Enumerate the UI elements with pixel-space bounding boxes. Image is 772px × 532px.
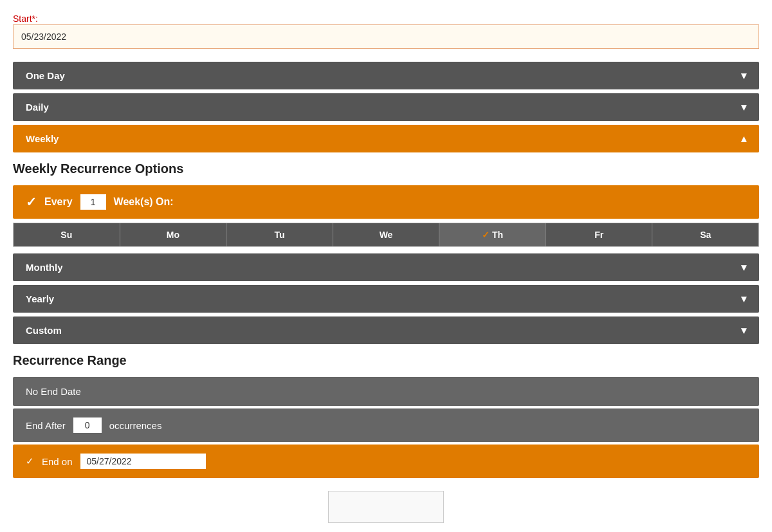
captcha-box[interactable] [328,491,444,523]
accordion-monthly-label: Monthly [26,262,63,273]
no-end-date-label: No End Date [26,386,81,397]
days-row: Su Mo Tu We ✓ Th Fr Sa [13,223,759,247]
occurrences-label: occurrences [109,420,162,431]
chevron-down-icon: ▾ [741,293,746,305]
chevron-up-icon: ▴ [741,133,746,145]
every-row: ✓ Every Week(s) On: [13,185,759,219]
day-tu[interactable]: Tu [226,223,333,246]
chevron-down-icon: ▾ [741,101,746,113]
accordion-daily[interactable]: Daily ▾ [13,93,759,121]
day-mo-label: Mo [167,230,179,240]
weekly-section-title: Weekly Recurrence Options [13,161,759,176]
day-mo[interactable]: Mo [120,223,227,246]
accordion-yearly[interactable]: Yearly ▾ [13,285,759,313]
end-on-label: End on [42,456,73,467]
day-sa[interactable]: Sa [652,223,758,246]
end-after-row[interactable]: End After occurrences [13,408,759,442]
day-th[interactable]: ✓ Th [439,223,546,246]
day-fr-label: Fr [594,230,603,240]
day-th-label: Th [492,230,503,240]
accordion-one-day-label: One Day [26,70,65,81]
end-on-check-icon: ✓ [26,455,34,467]
recurrence-range-title: Recurrence Range [13,353,759,368]
chevron-down-icon: ▾ [741,261,746,273]
accordion-one-day[interactable]: One Day ▾ [13,62,759,89]
day-th-check-icon: ✓ [482,230,490,240]
weeks-on-label: Week(s) On: [114,196,174,208]
end-after-input[interactable] [73,417,102,433]
recurrence-range-section: Recurrence Range No End Date End After o… [13,353,759,478]
no-end-date-row[interactable]: No End Date [13,377,759,406]
start-input[interactable] [13,24,759,49]
accordion-weekly[interactable]: Weekly ▴ [13,125,759,152]
start-label: Start*: [13,14,38,24]
every-check-icon: ✓ [26,194,37,210]
day-we[interactable]: We [333,223,440,246]
accordion-custom-label: Custom [26,325,62,336]
end-on-date-input[interactable] [80,454,206,469]
end-after-label: End After [26,420,66,431]
day-we-label: We [380,230,393,240]
accordion-daily-label: Daily [26,102,49,113]
day-tu-label: Tu [274,230,284,240]
chevron-down-icon: ▾ [741,324,746,336]
day-sa-label: Sa [700,230,711,240]
every-label: Every [44,196,73,208]
every-input[interactable] [80,194,106,210]
weekly-recurrence-section: Weekly Recurrence Options ✓ Every Week(s… [13,161,759,247]
end-on-row[interactable]: ✓ End on [13,445,759,478]
chevron-down-icon: ▾ [741,69,746,82]
day-fr[interactable]: Fr [546,223,653,246]
accordion-monthly[interactable]: Monthly ▾ [13,253,759,281]
captcha-area [13,491,759,523]
accordion-yearly-label: Yearly [26,293,54,304]
day-su-label: Su [60,230,72,240]
day-su[interactable]: Su [14,223,120,246]
accordion-custom[interactable]: Custom ▾ [13,316,759,344]
accordion-weekly-label: Weekly [26,133,59,144]
